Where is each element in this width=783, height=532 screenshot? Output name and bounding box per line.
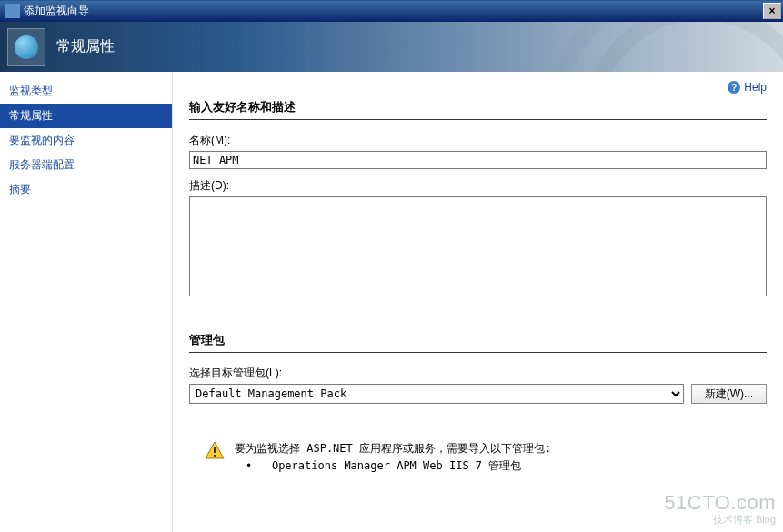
description-textarea[interactable] (189, 196, 767, 296)
name-label: 名称(M): (189, 133, 767, 148)
sidebar-item-general-properties[interactable]: 常规属性 (0, 104, 172, 128)
section-title-friendly-name: 输入友好名称和描述 (189, 99, 767, 120)
content-area: 监视类型 常规属性 要监视的内容 服务器端配置 摘要 ? Help 输入友好名称… (0, 72, 783, 532)
name-input[interactable] (189, 151, 767, 169)
sidebar-item-what-to-monitor[interactable]: 要监视的内容 (0, 128, 172, 153)
section-title-management-pack: 管理包 (189, 332, 767, 353)
sphere-icon (15, 35, 38, 59)
management-pack-select[interactable]: Default Management Pack (189, 384, 684, 404)
close-icon: × (768, 5, 775, 17)
warning-line2: • Operations Manager APM Web IIS 7 管理包 (235, 457, 551, 475)
help-label: Help (744, 81, 767, 94)
mgmt-pack-label: 选择目标管理包(L): (189, 366, 767, 381)
warning-box: 要为监视选择 ASP.NET 应用程序或服务，需要导入以下管理包: • Oper… (189, 440, 767, 475)
help-icon: ? (728, 81, 740, 94)
sidebar-item-label: 监视类型 (9, 85, 53, 97)
sidebar-item-label: 服务器端配置 (9, 158, 75, 171)
warning-text: 要为监视选择 ASP.NET 应用程序或服务，需要导入以下管理包: • Oper… (235, 440, 551, 475)
header-banner: 常规属性 (0, 22, 783, 72)
warning-icon (204, 440, 226, 462)
titlebar: 添加监视向导 × (0, 0, 783, 22)
window-title: 添加监视向导 (24, 4, 763, 19)
sidebar-item-label: 要监视的内容 (9, 134, 75, 146)
header-icon-box (7, 28, 45, 66)
app-icon (5, 4, 20, 18)
sidebar-item-label: 摘要 (9, 183, 31, 196)
new-button[interactable]: 新建(W)... (691, 384, 767, 404)
warning-line1: 要为监视选择 ASP.NET 应用程序或服务，需要导入以下管理包: (235, 440, 551, 457)
sidebar-item-monitor-type[interactable]: 监视类型 (0, 79, 172, 104)
svg-rect-0 (214, 447, 216, 453)
help-link[interactable]: ? Help (728, 81, 767, 94)
sidebar-item-summary[interactable]: 摘要 (0, 177, 172, 202)
wizard-sidebar: 监视类型 常规属性 要监视的内容 服务器端配置 摘要 (0, 72, 173, 532)
main-panel: ? Help 输入友好名称和描述 名称(M): 描述(D): 管理包 选择目标管… (173, 72, 783, 532)
description-label: 描述(D): (189, 178, 767, 194)
sidebar-item-server-side-config[interactable]: 服务器端配置 (0, 153, 172, 177)
decorative-swirl (547, 22, 783, 72)
header-title: 常规属性 (56, 37, 115, 56)
close-button[interactable]: × (763, 3, 781, 19)
svg-rect-1 (214, 455, 216, 457)
sidebar-item-label: 常规属性 (9, 109, 53, 122)
